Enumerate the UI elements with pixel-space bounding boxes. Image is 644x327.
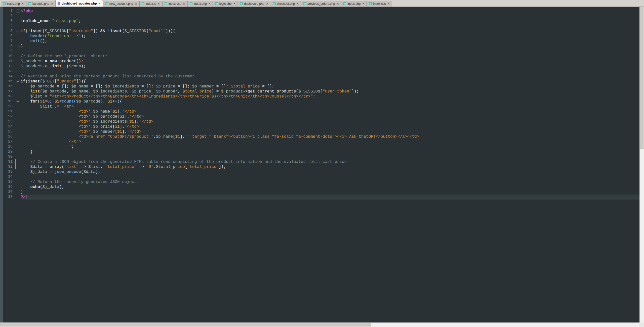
code-row: 17list($p_barcode, $p_name, $p_ingredien… [0, 89, 639, 94]
file-icon [303, 2, 306, 5]
code-line: // Retrieve and print the current produc… [21, 74, 639, 79]
vertical-scrollbar[interactable] [639, 7, 644, 322]
editor-tab[interactable]: new_account.php× [103, 1, 139, 7]
code-row: 27</tr> [0, 139, 639, 144]
code-line: } [21, 44, 639, 49]
line-number: 38 [3, 195, 15, 200]
line-number: 22 [3, 114, 15, 119]
code-line: $list = "<tr><th>Product</th><th>Barcode… [21, 94, 639, 99]
tab-close-icon[interactable]: × [51, 2, 53, 5]
tab-close-icon[interactable]: × [233, 2, 235, 5]
editor-tab[interactable]: dashboard_updates.php× [55, 0, 103, 7]
fold-guide [16, 64, 21, 69]
tab-label: index.php [194, 2, 207, 6]
fold-collapse-icon[interactable] [16, 79, 21, 84]
code-line: for($i=0; $i<count($p_barcode); $i++){ [21, 99, 639, 104]
tab-close-icon[interactable]: × [297, 2, 299, 5]
fold-guide [16, 174, 21, 179]
code-line: include_once "class.php"; [21, 19, 639, 24]
tab-bar: class.php×barcode.php×dashboard_updates.… [0, 0, 644, 7]
editor-tab[interactable]: index.js× [139, 1, 162, 7]
file-icon [190, 2, 192, 5]
fold-guide [16, 14, 21, 19]
fold-guide [16, 19, 21, 24]
editor-tab[interactable]: login.php× [213, 1, 238, 7]
tab-close-icon[interactable]: × [99, 2, 101, 5]
vertical-scrollbar-thumb[interactable] [640, 7, 643, 149]
line-number: 24 [3, 124, 15, 129]
code-row: 2 [0, 14, 639, 19]
fold-guide [16, 24, 21, 29]
code-line: $_product = new product(); [21, 59, 639, 64]
line-number: 4 [3, 24, 15, 29]
line-number: 32 [3, 164, 15, 169]
tab-label: checkout.php [277, 2, 295, 6]
code-line: <?php [21, 9, 639, 14]
file-icon [343, 2, 346, 5]
caret [26, 195, 26, 199]
file-icon [28, 2, 31, 5]
tab-close-icon[interactable]: × [183, 2, 185, 5]
code-line: list($p_barcode, $p_name, $p_ingredients… [21, 89, 639, 94]
code-row: 24<td>'.$p_price[$i].'</td> [0, 124, 639, 129]
editor-tab[interactable]: index.css× [367, 1, 392, 7]
line-number: 9 [3, 49, 15, 54]
code-row: 26<td><a href="ChatGPT/?product='.$p_nam… [0, 134, 639, 139]
line-number: 16 [3, 84, 15, 89]
tab-close-icon[interactable]: × [363, 2, 364, 5]
line-number: 3 [3, 19, 15, 24]
code-row: 16$p_barcode = []; $p_name = []; $p_ingr… [0, 84, 639, 89]
line-number: 25 [3, 129, 15, 134]
fold-guide [16, 144, 21, 149]
code-area[interactable]: 1<?php23include_once "class.php";45if(!i… [0, 9, 639, 200]
tab-close-icon[interactable]: × [158, 2, 160, 5]
code-line: exit(); [21, 39, 639, 44]
file-icon [142, 2, 144, 5]
line-number: 30 [3, 154, 15, 159]
tab-close-icon[interactable]: × [337, 2, 339, 5]
editor-tab[interactable]: index.php× [187, 1, 213, 7]
fold-guide [16, 109, 21, 114]
fold-guide [16, 49, 21, 54]
fold-collapse-icon[interactable] [16, 29, 21, 34]
fold-guide [16, 139, 21, 144]
editor-tab[interactable]: index.css× [162, 1, 187, 7]
code-line: ?> [21, 195, 639, 200]
code-row: 37} [0, 190, 639, 195]
fold-collapse-icon[interactable] [16, 9, 21, 14]
tab-close-icon[interactable]: × [266, 2, 268, 5]
tab-close-icon[interactable]: × [135, 2, 137, 5]
code-line: <td>'.$p_ingredients[$i].'</td> [21, 119, 639, 124]
line-number: 17 [3, 89, 15, 94]
editor-tab[interactable]: barcode.php× [26, 1, 55, 7]
line-number: 14 [3, 74, 15, 79]
fold-collapse-icon[interactable] [16, 99, 21, 104]
horizontal-scrollbar-thumb[interactable] [0, 323, 371, 326]
code-row: 20$list .= '<tr> [0, 104, 639, 109]
file-icon [369, 2, 372, 5]
editor-tab[interactable]: previous_orders.php× [301, 1, 341, 7]
tab-close-icon[interactable]: × [22, 2, 24, 5]
scrollbar-corner [639, 322, 644, 327]
code-line: </tr> [21, 139, 639, 144]
line-number: 1 [3, 9, 15, 14]
line-number: 29 [3, 149, 15, 154]
tab-close-icon[interactable]: × [388, 2, 390, 5]
code-line [21, 24, 639, 29]
tab-close-icon[interactable]: × [209, 2, 211, 5]
line-number: 11 [3, 59, 15, 64]
editor-tab[interactable]: class.php× [1, 1, 26, 7]
horizontal-scrollbar[interactable] [0, 322, 639, 327]
editor-tab[interactable]: dashboard.php× [238, 1, 270, 7]
line-number: 10 [3, 54, 15, 59]
code-row: 8} [0, 44, 639, 49]
editor-tab[interactable]: checkout.php× [271, 1, 301, 7]
line-number: 20 [3, 104, 15, 109]
code-row: 25<td>'.$p_number[$i].'</td> [0, 129, 639, 134]
line-number: 35 [3, 179, 15, 184]
code-row: 23<td>'.$p_ingredients[$i].'</td> [0, 119, 639, 124]
line-number: 23 [3, 119, 15, 124]
editor-tab[interactable]: index.php× [341, 1, 367, 7]
editor-pane[interactable]: 1<?php23include_once "class.php";45if(!i… [0, 7, 639, 322]
file-icon [58, 2, 60, 5]
